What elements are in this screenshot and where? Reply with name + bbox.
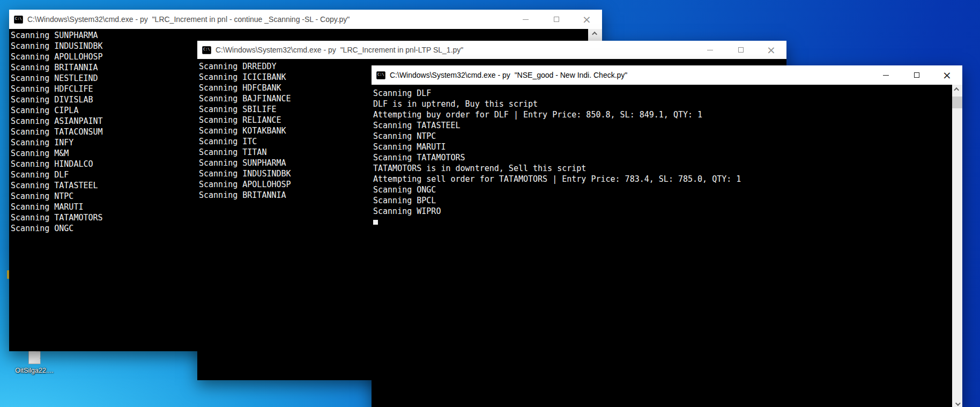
cmd-icon: C:\ [376, 71, 385, 79]
maximize-button[interactable] [541, 10, 571, 29]
scroll-up-button[interactable] [952, 85, 962, 94]
scroll-up-button[interactable] [588, 29, 602, 38]
maximize-icon [738, 47, 744, 53]
window-controls: × [510, 10, 602, 29]
window-title: C:\Windows\System32\cmd.exe - py "LRC_In… [27, 15, 510, 24]
window-title: C:\Windows\System32\cmd.exe - py "NSE_go… [390, 71, 871, 79]
desktop-icon-label: OitSilga22.... [15, 367, 54, 374]
scroll-down-button[interactable] [952, 399, 962, 407]
window-controls: × [871, 65, 962, 85]
maximize-icon [914, 72, 919, 78]
close-icon: × [767, 45, 776, 55]
desktop-icon-oitsilga[interactable]: OitSilga22.... [15, 347, 54, 374]
titlebar[interactable]: C:\ C:\Windows\System32\cmd.exe - py "LR… [197, 41, 786, 59]
minimize-button[interactable] [510, 10, 541, 29]
close-button[interactable]: × [756, 41, 786, 59]
minimize-icon [523, 19, 529, 20]
maximize-button[interactable] [901, 65, 932, 85]
cmd-window-nse-check: C:\ C:\Windows\System32\cmd.exe - py "NS… [372, 65, 962, 407]
console-text-cursor [373, 220, 378, 225]
minimize-icon [707, 50, 713, 50]
desktop: { "desktop": { "icon_label": "OitSilga22… [0, 0, 980, 407]
cmd-icon: C:\ [202, 46, 211, 54]
minimize-button[interactable] [871, 65, 901, 85]
chevron-up-icon [954, 87, 959, 93]
console-area: Scanning DLF DLF is in uptrend, Buy this… [372, 85, 962, 407]
window-title: C:\Windows\System32\cmd.exe - py "LRC_In… [216, 46, 695, 54]
cmd-icon: C:\ [14, 16, 23, 24]
close-icon: × [582, 14, 591, 25]
close-icon: × [942, 70, 952, 80]
titlebar[interactable]: C:\ C:\Windows\System32\cmd.exe - py "NS… [372, 65, 962, 85]
minimize-button[interactable] [695, 41, 725, 59]
maximize-icon [554, 17, 559, 22]
console-output: Scanning DLF DLF is in uptrend, Buy this… [372, 85, 962, 217]
window-controls: × [695, 41, 786, 59]
scrollbar-thumb[interactable] [952, 97, 962, 108]
chevron-down-icon [955, 401, 961, 406]
scrollbar[interactable] [952, 85, 962, 407]
maximize-button[interactable] [725, 41, 756, 59]
minimize-icon [883, 75, 889, 76]
mouse-cursor-arrow [40, 355, 45, 361]
close-button[interactable]: × [932, 65, 962, 85]
chevron-up-icon [592, 32, 597, 37]
titlebar[interactable]: C:\ C:\Windows\System32\cmd.exe - py "LR… [9, 10, 602, 29]
close-button[interactable]: × [571, 10, 602, 29]
